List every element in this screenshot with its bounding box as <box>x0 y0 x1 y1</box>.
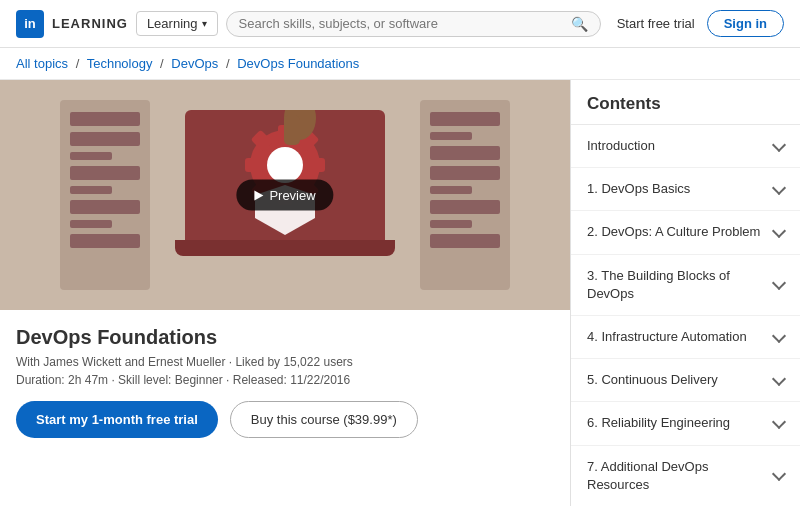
contents-item[interactable]: 7. Additional DevOps Resources <box>571 446 800 507</box>
chevron-down-icon <box>772 467 786 481</box>
server-tower-left <box>60 100 150 290</box>
logo-text: LEARNING <box>52 16 128 31</box>
server-block <box>430 220 472 228</box>
course-svg-illustration <box>185 110 385 240</box>
contents-list: Introduction 1. DevOps Basics 2. DevOps:… <box>571 125 800 506</box>
contents-title: Contents <box>571 80 800 125</box>
right-sidebar: Contents Introduction 1. DevOps Basics 2… <box>570 80 800 506</box>
server-block <box>430 234 500 248</box>
chevron-down-icon <box>772 415 786 429</box>
header-actions: Start free trial Sign in <box>617 10 784 37</box>
course-illustration: Preview <box>0 80 570 310</box>
breadcrumb: All topics / Technology / DevOps / DevOp… <box>0 48 800 80</box>
nav-label: Learning <box>147 16 198 31</box>
contents-item[interactable]: 6. Reliability Engineering <box>571 402 800 445</box>
server-block <box>430 166 500 180</box>
contents-item-label: 7. Additional DevOps Resources <box>587 458 766 494</box>
svg-rect-5 <box>307 158 325 172</box>
preview-label: Preview <box>269 188 315 203</box>
search-input[interactable] <box>239 16 563 31</box>
breadcrumb-technology[interactable]: Technology <box>87 56 153 71</box>
svg-rect-12 <box>284 115 300 145</box>
course-actions: Start my 1-month free trial Buy this cou… <box>16 401 554 438</box>
laptop-screen <box>185 110 385 240</box>
search-icon: 🔍 <box>571 16 588 32</box>
contents-item[interactable]: Introduction <box>571 125 800 168</box>
server-block <box>70 234 140 248</box>
course-thumbnail: Preview <box>0 80 570 310</box>
contents-item[interactable]: 1. DevOps Basics <box>571 168 800 211</box>
server-block <box>70 112 140 126</box>
contents-item-label: 2. DevOps: A Culture Problem <box>587 223 766 241</box>
left-content: Preview DevOps Foundations With James Wi… <box>0 80 570 506</box>
sign-in-button[interactable]: Sign in <box>707 10 784 37</box>
chevron-down-icon <box>772 138 786 152</box>
main-layout: Preview DevOps Foundations With James Wi… <box>0 80 800 506</box>
breadcrumb-sep1: / <box>76 56 80 71</box>
chevron-down-icon <box>772 328 786 342</box>
server-block <box>430 146 500 160</box>
contents-item[interactable]: 5. Continuous Delivery <box>571 359 800 402</box>
nav-chevron-icon: ▾ <box>202 18 207 29</box>
server-block <box>70 186 112 194</box>
nav-dropdown[interactable]: Learning ▾ <box>136 11 218 36</box>
search-bar: 🔍 <box>226 11 601 37</box>
svg-point-1 <box>267 147 303 183</box>
header: in LEARNING Learning ▾ 🔍 Start free tria… <box>0 0 800 48</box>
server-block <box>70 132 140 146</box>
preview-button[interactable]: Preview <box>236 180 333 211</box>
breadcrumb-devops[interactable]: DevOps <box>171 56 218 71</box>
server-block <box>430 186 472 194</box>
course-meta-details: Duration: 2h 47m · Skill level: Beginner… <box>16 373 554 387</box>
breadcrumb-sep2: / <box>160 56 164 71</box>
course-info: DevOps Foundations With James Wickett an… <box>0 310 570 450</box>
chevron-down-icon <box>772 372 786 386</box>
svg-rect-4 <box>245 158 263 172</box>
server-block <box>70 166 140 180</box>
server-block <box>70 200 140 214</box>
buy-button[interactable]: Buy this course ($39.99*) <box>230 401 418 438</box>
contents-item[interactable]: 2. DevOps: A Culture Problem <box>571 211 800 254</box>
chevron-down-icon <box>772 181 786 195</box>
server-block <box>430 112 500 126</box>
contents-item-label: 6. Reliability Engineering <box>587 414 766 432</box>
breadcrumb-sep3: / <box>226 56 230 71</box>
logo-area: in LEARNING <box>16 10 128 38</box>
server-block <box>70 220 112 228</box>
trial-button[interactable]: Start my 1-month free trial <box>16 401 218 438</box>
server-block <box>430 200 500 214</box>
course-title: DevOps Foundations <box>16 326 554 349</box>
contents-item-label: 4. Infrastructure Automation <box>587 328 766 346</box>
contents-item-label: Introduction <box>587 137 766 155</box>
breadcrumb-current[interactable]: DevOps Foundations <box>237 56 359 71</box>
server-tower-right <box>420 100 510 290</box>
server-block <box>430 132 472 140</box>
laptop-base <box>175 240 395 256</box>
course-meta-authors: With James Wickett and Ernest Mueller · … <box>16 355 554 369</box>
contents-item[interactable]: 4. Infrastructure Automation <box>571 316 800 359</box>
play-icon <box>254 190 263 200</box>
contents-item-label: 3. The Building Blocks of DevOps <box>587 267 766 303</box>
linkedin-icon: in <box>16 10 44 38</box>
chevron-down-icon <box>772 276 786 290</box>
contents-item-label: 1. DevOps Basics <box>587 180 766 198</box>
chevron-down-icon <box>772 224 786 238</box>
free-trial-link[interactable]: Start free trial <box>617 16 695 31</box>
breadcrumb-all-topics[interactable]: All topics <box>16 56 68 71</box>
contents-item-label: 5. Continuous Delivery <box>587 371 766 389</box>
server-block <box>70 152 112 160</box>
contents-item[interactable]: 3. The Building Blocks of DevOps <box>571 255 800 316</box>
